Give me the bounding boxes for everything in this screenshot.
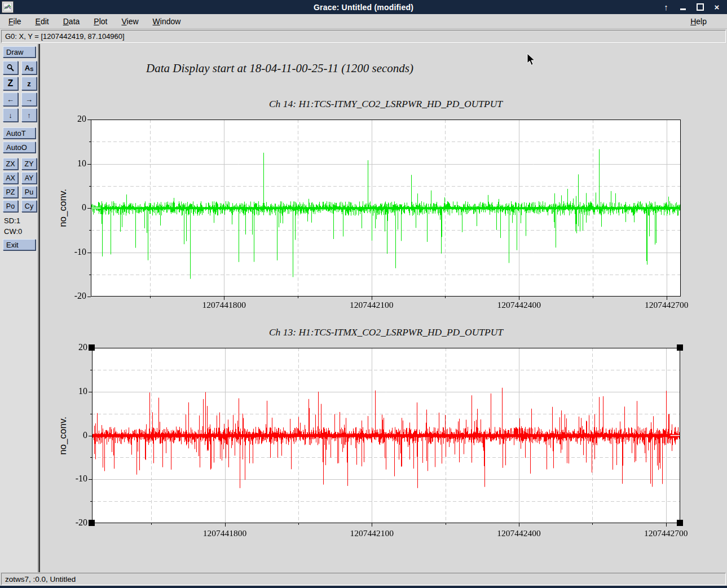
resize-handle[interactable] [677, 344, 683, 351]
menubar: FileEditDataPlotViewWindow Help [0, 14, 727, 29]
menubar-left: FileEditDataPlotViewWindow [6, 16, 192, 27]
x-tick-label: 1207442700 [631, 528, 701, 538]
y-tick-label: 20 [55, 114, 86, 124]
autoo-button[interactable]: AutoO [3, 142, 36, 153]
zy-button[interactable]: ZY [21, 158, 37, 170]
drawing-canvas[interactable]: Data Display start at 18-04-11-00-25-11 … [40, 44, 727, 572]
x-tick-label: 1207441800 [190, 528, 260, 538]
menu-item-data[interactable]: Data [60, 16, 83, 27]
scroll-right-button[interactable]: → [21, 92, 37, 106]
x-tick-label: 1207442100 [337, 300, 407, 310]
shade-button[interactable]: ↑ [662, 3, 671, 12]
y-tick-label: 10 [55, 158, 86, 169]
text-size-sub-icon: S [30, 67, 33, 72]
zoom-out-button[interactable]: z [21, 77, 37, 90]
menu-item-edit[interactable]: Edit [33, 16, 52, 27]
pz-button[interactable]: PZ [3, 186, 18, 198]
po-button[interactable]: Po [3, 200, 18, 212]
y-tick-label: 0 [56, 430, 87, 440]
x-tick-label: 1207442700 [632, 300, 702, 310]
ax-button[interactable]: AX [3, 172, 18, 184]
draw-button[interactable]: Draw [3, 46, 36, 58]
window-title: Grace: Untitled (modified) [0, 3, 727, 12]
scroll-up-button[interactable]: ↑ [21, 108, 37, 122]
mouse-cursor-icon [527, 53, 536, 66]
resize-handle[interactable] [677, 520, 683, 526]
y-tick-label: 0 [55, 202, 86, 213]
zoom-in-button[interactable]: Z [3, 77, 18, 90]
y-tick-label: 10 [56, 386, 87, 396]
text-size-icon: A [25, 64, 30, 72]
window-border [0, 586, 727, 588]
maximize-button[interactable] [695, 3, 704, 12]
magnifier-icon [6, 64, 15, 72]
menu-item-file[interactable]: File [6, 16, 24, 27]
x-tick-label: 1207442100 [337, 528, 407, 538]
ay-button[interactable]: AY [21, 172, 37, 184]
exit-button[interactable]: Exit [3, 239, 36, 250]
resize-handle[interactable] [89, 520, 95, 526]
locator-readout: G0: X, Y = [1207442419, 87.104960] [1, 30, 726, 43]
plot-title-ch13: Ch 13: H1:TCS-ITMX_CO2_LSRPWR_HD_PD_OUTP… [92, 326, 680, 338]
grace-window: Grace: Untitled (modified) ↑× FileEditDa… [0, 0, 727, 588]
y-tick-label: -10 [56, 474, 87, 484]
set-default-label: SD:1 [4, 216, 38, 225]
titlebar[interactable]: Grace: Untitled (modified) ↑× [0, 0, 727, 14]
y-tick-label: -20 [56, 518, 87, 528]
scroll-down-button[interactable]: ↓ [3, 108, 18, 122]
menu-item-help[interactable]: Help [688, 16, 710, 27]
statusbar-text: zotws7, :0.0, Untitled [1, 573, 726, 585]
minimize-button[interactable] [678, 3, 688, 12]
sidebar: DrawASZz←→↓↑AutoTAutoOZXZYAXAYPZPuPoCySD… [0, 44, 40, 572]
resize-handle[interactable] [89, 344, 95, 351]
menu-item-window[interactable]: Window [150, 16, 184, 27]
scroll-left-button[interactable]: ← [3, 92, 18, 106]
plot-title-ch14: Ch 14: H1:TCS-ITMY_CO2_LSRPWR_HD_PD_OUTP… [91, 98, 681, 110]
plot-area-ch14[interactable] [82, 110, 690, 306]
maximize-icon [697, 3, 704, 11]
text-props-tool-button[interactable]: AS [21, 61, 37, 74]
y-tick-label: -20 [55, 291, 86, 301]
y-tick-label: -10 [55, 247, 86, 257]
menu-item-view[interactable]: View [118, 16, 141, 27]
zoom-tool-button[interactable] [3, 61, 18, 74]
main-area: DrawASZz←→↓↑AutoTAutoOZXZYAXAYPZPuPoCySD… [0, 44, 727, 572]
x-tick-label: 1207441800 [189, 300, 259, 310]
plot-area-ch13[interactable] [83, 339, 689, 532]
close-button[interactable]: × [712, 3, 721, 12]
window-controls: ↑× [662, 3, 727, 12]
statusbar: zotws7, :0.0, Untitled [0, 572, 727, 586]
cy-button[interactable]: Cy [21, 200, 37, 212]
x-tick-label: 1207442400 [484, 300, 554, 310]
menubar-right: Help [688, 16, 718, 27]
minimize-icon [680, 8, 686, 10]
autot-button[interactable]: AutoT [3, 127, 36, 139]
y-tick-label: 20 [56, 342, 87, 352]
zx-button[interactable]: ZX [3, 158, 18, 170]
x-tick-label: 1207442400 [484, 528, 554, 538]
page-title: Data Display start at 18-04-11-00-25-11 … [146, 61, 413, 76]
menu-item-plot[interactable]: Plot [91, 16, 110, 27]
cw-label: CW:0 [4, 227, 38, 236]
pu-button[interactable]: Pu [21, 186, 37, 198]
locator-bar: G0: X, Y = [1207442419, 87.104960] [0, 29, 727, 44]
